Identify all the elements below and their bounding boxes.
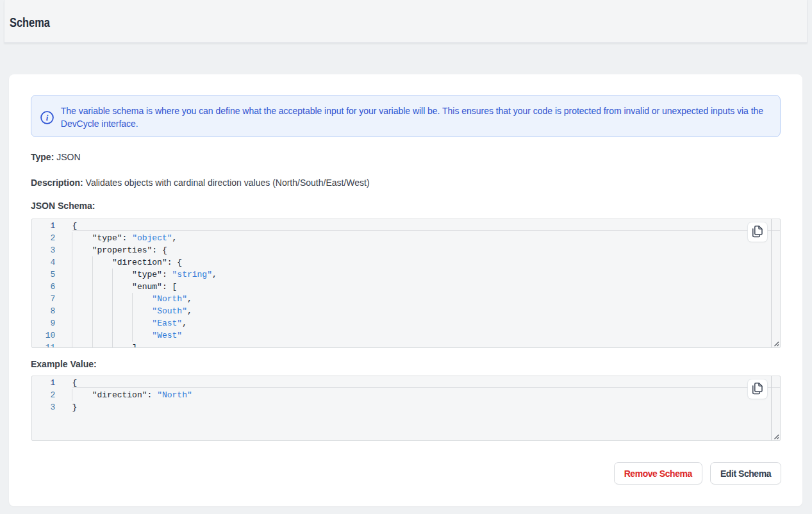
svg-text:i: i <box>46 113 49 123</box>
